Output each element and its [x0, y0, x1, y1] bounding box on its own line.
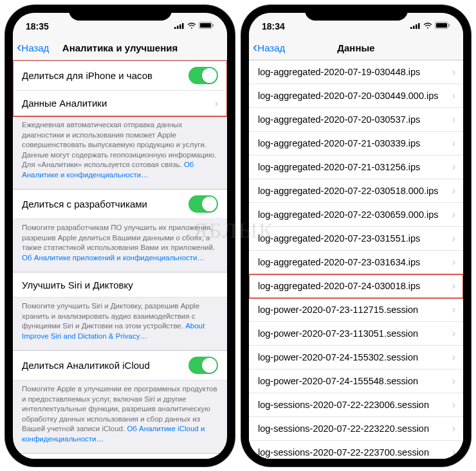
log-row[interactable]: log-aggregated-2020-07-22-030518.000.ips… — [249, 179, 463, 203]
row-health-activity[interactable]: «Здоровье» и «Активность» — [13, 453, 227, 459]
row-improve-siri[interactable]: Улучшить Siri и Диктовку — [13, 272, 227, 298]
chevron-right-icon: › — [452, 328, 455, 339]
log-row-label: log-power-2020-07-24-155548.session — [258, 376, 418, 386]
row-label: Делиться с разработчиками — [22, 199, 147, 209]
wifi-icon — [423, 22, 432, 31]
chevron-right-icon: › — [452, 209, 455, 220]
group-icloud-analytics: Делиться Аналитикой iCloud — [13, 350, 227, 380]
row-icloud-analytics[interactable]: Делиться Аналитикой iCloud — [13, 350, 227, 380]
nav-bar: ‹ Назад Данные — [249, 36, 463, 60]
screen-left: 18:35 ‹ Назад Аналитика и улучшения — [13, 13, 227, 459]
toggle-switch[interactable] — [188, 67, 218, 84]
svg-rect-9 — [416, 24, 417, 29]
svg-rect-5 — [200, 23, 211, 28]
svg-rect-8 — [413, 26, 415, 29]
battery-icon — [435, 22, 450, 31]
chevron-right-icon: › — [452, 256, 455, 268]
battery-icon — [199, 22, 214, 31]
log-row[interactable]: log-sessions-2020-07-22-223006.session› — [249, 393, 463, 417]
log-row[interactable]: log-power-2020-07-23-113051.session› — [249, 322, 463, 346]
log-row-label: log-aggregated-2020-07-21-030339.ips — [258, 138, 420, 148]
chevron-right-icon: › — [452, 375, 455, 387]
screen-right: 18:34 ‹ Назад Данные log-aggregated-2020… — [249, 13, 463, 459]
signal-icon — [410, 22, 421, 31]
chevron-right-icon: › — [452, 447, 455, 458]
svg-rect-13 — [449, 24, 450, 27]
row-label: Делиться для iPhone и часов — [22, 70, 152, 81]
chevron-left-icon: ‹ — [253, 40, 257, 55]
svg-rect-1 — [177, 26, 179, 29]
log-row[interactable]: log-aggregated-2020-07-23-031551.ips› — [249, 227, 463, 251]
log-row-label: log-aggregated-2020-07-22-030518.000.ips — [258, 186, 439, 196]
page-title: Данные — [337, 42, 374, 53]
footer-link[interactable]: Об Аналитике приложений и конфиденциальн… — [22, 254, 205, 262]
log-row[interactable]: log-aggregated-2020-07-19-030448.ips› — [249, 60, 463, 84]
log-row[interactable]: log-aggregated-2020-07-22-030659.000.ips… — [249, 203, 463, 227]
svg-rect-3 — [182, 23, 184, 29]
group-footer: Помогите разработчикам ПО улучшить их пр… — [13, 219, 227, 272]
log-row[interactable]: log-power-2020-07-24-155548.session› — [249, 369, 463, 393]
svg-rect-10 — [418, 23, 420, 29]
log-row-label: log-power-2020-07-23-112715.session — [258, 305, 418, 315]
row-label: Делиться Аналитикой iCloud — [22, 360, 150, 371]
log-row-label: log-aggregated-2020-07-22-030659.000.ips — [258, 209, 439, 220]
log-row-label: log-aggregated-2020-07-23-031551.ips — [258, 233, 420, 244]
chevron-right-icon: › — [452, 66, 455, 78]
device-right: 18:34 ‹ Назад Данные log-aggregated-2020… — [241, 5, 471, 467]
back-button[interactable]: ‹ Назад — [17, 41, 49, 55]
wifi-icon — [187, 22, 196, 31]
group-share-developers: Делиться с разработчиками — [13, 189, 227, 219]
chevron-right-icon: › — [452, 185, 455, 197]
back-button[interactable]: ‹ Назад — [253, 41, 285, 55]
chevron-right-icon: › — [452, 304, 455, 315]
log-row[interactable]: log-sessions-2020-07-22-223700.session› — [249, 441, 463, 459]
log-row-label: log-aggregated-2020-07-19-030448.ips — [258, 67, 420, 77]
log-row[interactable]: log-aggregated-2020-07-24-030018.ips› — [249, 274, 463, 298]
log-row-label: log-aggregated-2020-07-24-030018.ips — [258, 281, 420, 291]
chevron-right-icon: › — [452, 399, 455, 411]
row-label: Данные Аналитики — [22, 98, 107, 109]
chevron-right-icon: › — [452, 423, 455, 434]
log-row[interactable]: log-sessions-2020-07-22-223220.session› — [249, 417, 463, 441]
row-label: Улучшить Siri и Диктовку — [22, 280, 133, 290]
log-row[interactable]: log-power-2020-07-23-112715.session› — [249, 298, 463, 322]
log-row[interactable]: log-aggregated-2020-07-21-031256.ips› — [249, 156, 463, 179]
log-row[interactable]: log-aggregated-2020-07-20-030449.000.ips… — [249, 84, 463, 108]
status-icons — [174, 22, 214, 31]
chevron-right-icon: › — [452, 233, 455, 244]
log-row[interactable]: log-aggregated-2020-07-20-030537.ips› — [249, 108, 463, 132]
settings-content: Делиться для iPhone и часов Данные Анали… — [13, 60, 227, 459]
chevron-right-icon: › — [215, 98, 218, 109]
log-row[interactable]: log-aggregated-2020-07-23-031634.ips› — [249, 251, 463, 274]
log-row-label: log-aggregated-2020-07-23-031634.ips — [258, 257, 420, 267]
chevron-right-icon: › — [452, 138, 455, 149]
svg-rect-2 — [179, 24, 181, 29]
toggle-switch[interactable] — [188, 195, 218, 213]
chevron-right-icon: › — [452, 90, 455, 102]
chevron-right-icon: › — [452, 161, 455, 173]
chevron-right-icon: › — [452, 114, 455, 125]
log-row-label: log-aggregated-2020-07-20-030537.ips — [258, 114, 420, 125]
toggle-switch[interactable] — [188, 357, 218, 374]
chevron-right-icon: › — [452, 351, 455, 363]
row-share-iphone-watch[interactable]: Делиться для iPhone и часов — [13, 60, 227, 91]
row-share-developers[interactable]: Делиться с разработчиками — [13, 189, 227, 219]
log-row[interactable]: log-power-2020-07-24-155302.session› — [249, 346, 463, 369]
row-analytics-data[interactable]: Данные Аналитики › — [13, 91, 227, 116]
svg-rect-0 — [174, 27, 176, 29]
svg-rect-12 — [436, 23, 447, 28]
group-footer: Ежедневная автоматическая отправка данны… — [13, 116, 227, 189]
svg-rect-6 — [213, 24, 214, 27]
log-row-label: log-sessions-2020-07-22-223006.session — [258, 400, 429, 410]
group-health-activity: «Здоровье» и «Активность» — [13, 453, 227, 459]
status-time: 18:34 — [262, 21, 285, 31]
data-log-list: log-aggregated-2020-07-19-030448.ips›log… — [249, 60, 463, 459]
log-row-label: log-power-2020-07-24-155302.session — [258, 352, 418, 362]
nav-bar: ‹ Назад Аналитика и улучшения — [13, 36, 227, 60]
notch — [305, 5, 408, 21]
log-row[interactable]: log-aggregated-2020-07-21-030339.ips› — [249, 132, 463, 156]
chevron-left-icon: ‹ — [17, 40, 21, 55]
log-row-label: log-sessions-2020-07-22-223700.session — [258, 447, 429, 458]
log-row-label: log-power-2020-07-23-113051.session — [258, 328, 418, 339]
device-left: 18:35 ‹ Назад Аналитика и улучшения — [5, 5, 235, 467]
